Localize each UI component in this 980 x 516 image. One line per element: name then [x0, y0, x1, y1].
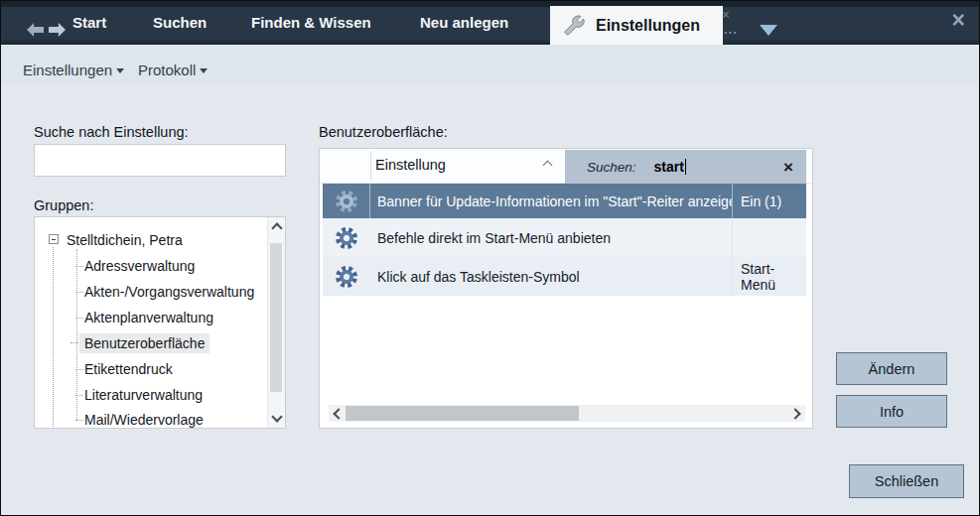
menu-dropdown-caret-icon — [116, 68, 124, 73]
sort-ascending-icon[interactable] — [543, 161, 553, 171]
search-setting-input[interactable] — [34, 144, 286, 177]
setting-value — [732, 218, 806, 257]
scroll-down-icon[interactable] — [271, 411, 282, 422]
tree-item-akten-vorgang[interactable]: Akten-/Vorgangsverwaltung — [84, 283, 254, 301]
column-separator — [370, 151, 371, 181]
table-header: Einstellung Suchen: start × — [320, 149, 812, 184]
panel-label-benutzeroberflaeche: Benutzeroberfläche: — [319, 124, 448, 140]
tree-item-literatur[interactable]: Literaturverwaltung — [84, 386, 203, 404]
active-tab-label: Einstellungen — [596, 17, 700, 35]
menu-protokoll[interactable]: Protokoll — [138, 62, 208, 78]
schliessen-button[interactable]: Schließen — [849, 464, 964, 498]
tree-vertical-scrollbar[interactable] — [267, 217, 285, 428]
tab-einstellungen-active[interactable]: Einstellungen × — [550, 6, 723, 45]
table-horizontal-scrollbar[interactable] — [329, 405, 805, 422]
tree-item-aktenplan[interactable]: Aktenplanverwaltung — [84, 309, 213, 326]
menu-protokoll-label: Protokoll — [138, 62, 196, 78]
groups-tree: Stelltdichein, Petra Adressverwaltung Ak… — [34, 216, 286, 429]
column-header-einstellung[interactable]: Einstellung — [375, 157, 446, 173]
table-row-taskleisten-symbol[interactable]: Klick auf das Taskleisten-Symbol Start-M… — [323, 257, 806, 296]
setting-value: Ein (1) — [732, 184, 806, 218]
back-arrow-icon[interactable] — [27, 23, 44, 37]
groups-label: Gruppen: — [34, 197, 93, 213]
menu-bar: Einstellungen Protokoll — [1, 45, 979, 84]
tree-connector-line — [53, 247, 54, 427]
table-search-box[interactable]: Suchen: start × — [565, 150, 806, 184]
scroll-up-icon[interactable] — [271, 222, 282, 233]
forward-arrow-icon[interactable] — [49, 23, 66, 37]
scroll-left-icon[interactable] — [333, 408, 344, 419]
wrench-icon — [564, 15, 585, 36]
tab-neu-anlegen[interactable]: Neu anlegen — [420, 1, 508, 45]
setting-name: Banner für Update-Informationen im "Star… — [370, 194, 732, 209]
tree-item-adressverwaltung[interactable]: Adressverwaltung — [84, 257, 195, 275]
setting-name: Klick auf das Taskleisten-Symbol — [370, 269, 732, 285]
setting-value: Start-Menü — [732, 257, 806, 296]
window-close-icon[interactable]: × — [952, 9, 965, 32]
menu-einstellungen[interactable]: Einstellungen — [23, 62, 124, 78]
menu-dropdown-caret-icon — [200, 68, 208, 73]
tree-item-benutzeroberflaeche[interactable]: Benutzeroberfläche — [79, 333, 210, 353]
tab-bar: Start Suchen Finden & Wissen Neu anlegen… — [1, 1, 979, 45]
tree-root-node[interactable]: Stelltdichein, Petra — [67, 231, 183, 249]
table-row-banner-update[interactable]: Banner für Update-Informationen im "Star… — [323, 184, 806, 218]
table-search-value[interactable]: start — [654, 159, 684, 175]
tab-finden-wissen[interactable]: Finden & Wissen — [251, 1, 371, 45]
info-button[interactable]: Info — [836, 395, 947, 428]
tab-start[interactable]: Start — [72, 1, 106, 45]
search-clear-icon[interactable]: × — [783, 159, 793, 176]
gear-icon — [323, 218, 370, 257]
tab-list-dropdown-icon[interactable] — [760, 25, 777, 36]
tree-item-mail-wiedervorlage[interactable]: Mail/Wiedervorlage — [84, 411, 204, 429]
menu-einstellungen-label: Einstellungen — [23, 62, 112, 78]
gear-icon — [323, 257, 370, 296]
tab-close-icon[interactable]: × — [719, 8, 733, 22]
tree-expander-icon[interactable] — [49, 234, 59, 244]
tab-overflow-ellipsis[interactable]: ... — [724, 22, 738, 37]
text-cursor — [685, 159, 686, 175]
scrollbar-thumb[interactable] — [346, 406, 579, 421]
scroll-right-icon[interactable] — [789, 408, 800, 419]
aendern-button[interactable]: Ändern — [836, 352, 947, 385]
tab-suchen[interactable]: Suchen — [153, 1, 207, 45]
search-setting-label: Suche nach Einstellung: — [34, 124, 189, 140]
table-row-befehle-startmenu[interactable]: Befehle direkt im Start-Menü anbieten — [323, 218, 806, 257]
scrollbar-thumb[interactable] — [270, 243, 282, 392]
setting-name: Befehle direkt im Start-Menü anbieten — [370, 230, 732, 246]
tree-item-etikettendruck[interactable]: Etikettendruck — [84, 360, 173, 378]
gear-icon — [323, 184, 370, 218]
nav-history-arrows — [27, 23, 66, 37]
table-search-label: Suchen: — [587, 160, 636, 175]
settings-table: Einstellung Suchen: start × Banner für U… — [319, 148, 813, 429]
settings-window: Start Suchen Finden & Wissen Neu anlegen… — [0, 0, 980, 516]
